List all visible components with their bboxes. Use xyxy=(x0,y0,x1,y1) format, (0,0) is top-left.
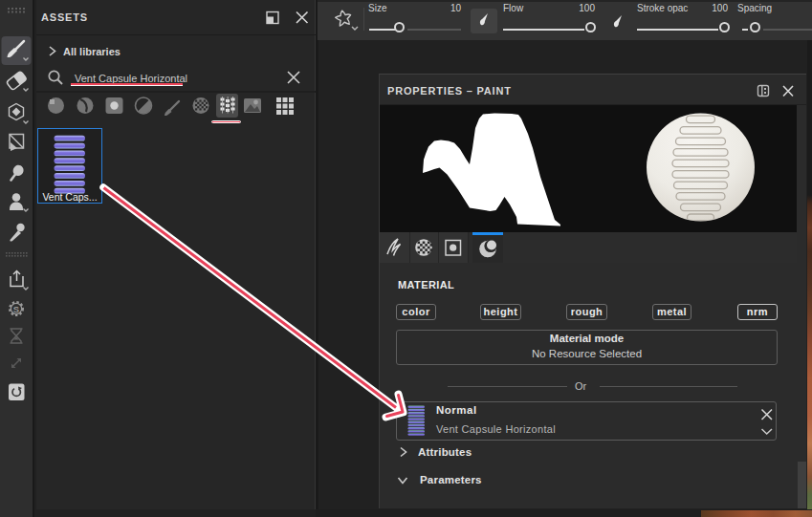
svg-text:S: S xyxy=(13,304,19,314)
